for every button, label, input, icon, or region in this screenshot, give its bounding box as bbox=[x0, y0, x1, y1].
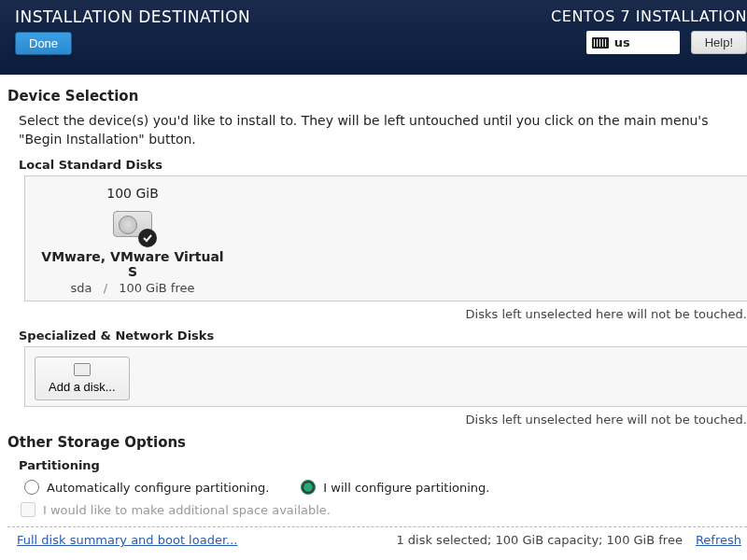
help-button[interactable]: Help! bbox=[691, 31, 747, 54]
hdd-icon bbox=[110, 204, 155, 244]
keyboard-layout-label: us bbox=[614, 35, 630, 49]
done-button[interactable]: Done bbox=[15, 32, 72, 55]
radio-auto-input[interactable] bbox=[24, 480, 39, 495]
disk-label: VMware, VMware Virtual S bbox=[35, 249, 231, 279]
local-disks-hint: Disks left unselected here will not be t… bbox=[7, 307, 747, 321]
network-disks-row: Add a disk... bbox=[24, 346, 747, 407]
radio-auto-label: Automatically configure partitioning. bbox=[47, 481, 269, 495]
checkbox-reclaim-space: I would like to make additional space av… bbox=[21, 502, 747, 517]
disk-dev: sda bbox=[71, 281, 92, 295]
checkbox-reclaim-label: I would like to make additional space av… bbox=[43, 503, 331, 517]
disk-add-icon bbox=[74, 363, 91, 376]
full-disk-summary-link[interactable]: Full disk summary and boot loader... bbox=[17, 533, 237, 547]
installer-title: CENTOS 7 INSTALLATION bbox=[551, 7, 747, 25]
divider bbox=[7, 526, 747, 527]
selection-summary-text: 1 disk selected; 100 GiB capacity; 100 G… bbox=[396, 533, 682, 547]
disk-size: 100 GiB bbox=[106, 186, 159, 201]
disk-subinfo: sda / 100 GiB free bbox=[71, 281, 195, 295]
device-selection-heading: Device Selection bbox=[7, 88, 747, 105]
bottom-bar: Full disk summary and boot loader... 1 d… bbox=[7, 533, 747, 556]
add-disk-button[interactable]: Add a disk... bbox=[35, 357, 130, 400]
selected-check-icon bbox=[138, 229, 157, 247]
page-title: INSTALLATION DESTINATION bbox=[15, 7, 250, 26]
radio-auto-partition[interactable]: Automatically configure partitioning. bbox=[24, 480, 269, 495]
radio-manual-partition[interactable]: I will configure partitioning. bbox=[301, 480, 489, 495]
refresh-link[interactable]: Refresh bbox=[696, 533, 741, 547]
local-disks-heading: Local Standard Disks bbox=[19, 158, 747, 172]
radio-manual-label: I will configure partitioning. bbox=[323, 481, 489, 495]
disk-free: 100 GiB free bbox=[119, 281, 194, 295]
keyboard-layout-selector[interactable]: us bbox=[586, 31, 680, 54]
radio-manual-input[interactable] bbox=[301, 480, 316, 495]
top-bar: INSTALLATION DESTINATION Done CENTOS 7 I… bbox=[0, 0, 747, 75]
keyboard-icon bbox=[592, 37, 609, 49]
storage-options-heading: Other Storage Options bbox=[7, 434, 747, 451]
device-selection-description: Select the device(s) you'd like to insta… bbox=[19, 112, 747, 148]
content-area: Device Selection Select the device(s) yo… bbox=[0, 75, 747, 560]
partitioning-heading: Partitioning bbox=[19, 458, 747, 472]
add-disk-label: Add a disk... bbox=[49, 380, 116, 394]
network-disks-heading: Specialized & Network Disks bbox=[19, 329, 747, 343]
checkbox-reclaim-input bbox=[21, 502, 35, 517]
network-disks-hint: Disks left unselected here will not be t… bbox=[7, 413, 747, 427]
local-disks-row: 100 GiB VMware, VMware Virtual S sda / 1… bbox=[24, 175, 747, 301]
disk-tile-sda[interactable]: 100 GiB VMware, VMware Virtual S sda / 1… bbox=[35, 186, 231, 295]
